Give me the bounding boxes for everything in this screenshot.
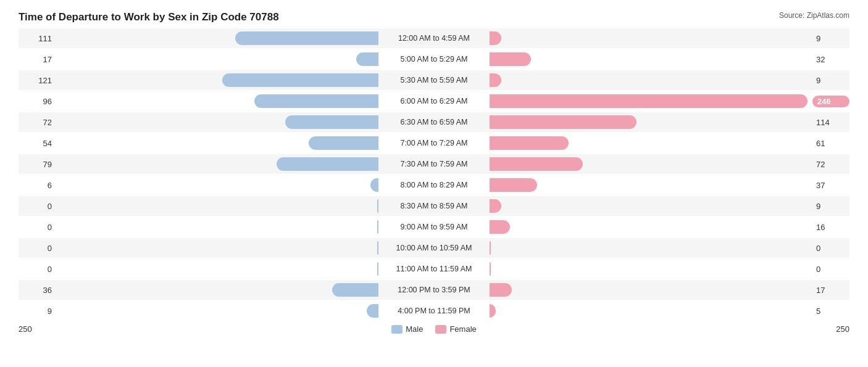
bars-area: 6:00 AM to 6:29 AM [56, 91, 812, 111]
table-row: 36 12:00 PM to 3:59 PM 17 [19, 280, 849, 300]
bars-area: 8:00 AM to 8:29 AM [56, 175, 812, 195]
time-label: 5:00 AM to 5:29 AM [378, 55, 490, 64]
table-row: 6 8:00 AM to 8:29 AM 37 [19, 175, 849, 195]
bar-male [367, 304, 378, 318]
footer-left-val: 250 [19, 324, 56, 334]
right-bars [490, 115, 812, 129]
left-bars [56, 241, 378, 255]
legend-male: Male [391, 324, 423, 334]
right-bars [490, 262, 812, 276]
bar-female [490, 31, 501, 45]
bar-male [235, 31, 378, 45]
val-male: 36 [19, 286, 56, 295]
time-label: 10:00 AM to 10:59 AM [378, 244, 490, 252]
left-bars [56, 178, 378, 192]
legend: Male Female [391, 324, 477, 334]
left-bars [56, 136, 378, 150]
time-label: 6:00 AM to 6:29 AM [378, 97, 490, 105]
bars-area: 12:00 PM to 3:59 PM [56, 280, 812, 300]
table-row: 0 11:00 AM to 11:59 AM 0 [19, 259, 849, 279]
val-male: 121 [19, 76, 56, 85]
bar-female [490, 94, 807, 108]
right-bars [490, 283, 812, 297]
table-row: 121 5:30 AM to 5:59 AM 9 [19, 70, 849, 90]
left-bars [56, 262, 378, 276]
table-row: 96 6:00 AM to 6:29 AM 246 [19, 91, 849, 111]
bars-area: 11:00 AM to 11:59 AM [56, 259, 812, 279]
right-bars [490, 136, 812, 150]
val-male: 79 [19, 160, 56, 169]
left-bars [56, 115, 378, 129]
time-label: 7:30 AM to 7:59 AM [378, 160, 490, 168]
val-male: 17 [19, 55, 56, 64]
val-male: 9 [19, 307, 56, 316]
bar-female [490, 241, 491, 255]
left-bars [56, 199, 378, 213]
table-row: 9 4:00 PM to 11:59 PM 5 [19, 301, 849, 321]
bar-male [332, 283, 378, 297]
right-bars [490, 178, 812, 192]
val-female: 9 [812, 34, 849, 43]
bar-male [222, 73, 378, 87]
bars-area: 7:30 AM to 7:59 AM [56, 154, 812, 174]
time-label: 9:00 AM to 9:59 AM [378, 223, 490, 231]
left-bars [56, 31, 378, 45]
bars-area: 12:00 AM to 4:59 AM [56, 28, 812, 48]
chart-title: Time of Departure to Work by Sex in Zip … [19, 11, 849, 23]
time-label: 8:30 AM to 8:59 AM [378, 202, 490, 210]
right-bars [490, 52, 812, 66]
left-bars [56, 94, 378, 108]
table-row: 0 9:00 AM to 9:59 AM 16 [19, 217, 849, 237]
table-row: 111 12:00 AM to 4:59 AM 9 [19, 28, 849, 48]
time-label: 6:30 AM to 6:59 AM [378, 118, 490, 126]
bars-area: 8:30 AM to 8:59 AM [56, 196, 812, 216]
left-bars [56, 283, 378, 297]
right-bars [490, 241, 812, 255]
val-female: 0 [812, 265, 849, 274]
bar-male [356, 52, 378, 66]
val-female: 61 [812, 139, 849, 148]
bar-female [490, 199, 501, 213]
table-row: 72 6:30 AM to 6:59 AM 114 [19, 112, 849, 132]
legend-female: Female [435, 324, 476, 334]
val-female: 9 [812, 202, 849, 211]
chart-footer: 250 Male Female 250 [19, 324, 849, 334]
table-row: 0 10:00 AM to 10:59 AM 0 [19, 238, 849, 258]
time-label: 5:30 AM to 5:59 AM [378, 76, 490, 85]
bars-area: 5:00 AM to 5:29 AM [56, 49, 812, 69]
bar-male [254, 94, 378, 108]
bar-male [370, 178, 378, 192]
right-bars [490, 73, 812, 87]
table-row: 54 7:00 AM to 7:29 AM 61 [19, 133, 849, 153]
time-label: 8:00 AM to 8:29 AM [378, 181, 490, 189]
legend-male-box [391, 325, 403, 334]
footer-right-val: 250 [812, 324, 849, 334]
bars-area: 7:00 AM to 7:29 AM [56, 133, 812, 153]
val-male: 0 [19, 202, 56, 211]
val-female: 17 [812, 286, 849, 295]
time-label: 12:00 PM to 3:59 PM [378, 286, 490, 294]
val-male: 0 [19, 265, 56, 274]
time-label: 12:00 AM to 4:59 AM [378, 34, 490, 43]
time-label: 11:00 AM to 11:59 AM [378, 265, 490, 273]
left-bars [56, 52, 378, 66]
bar-female [490, 136, 569, 150]
bars-area: 10:00 AM to 10:59 AM [56, 238, 812, 258]
bar-female [490, 304, 496, 318]
val-female: 0 [812, 244, 849, 253]
legend-male-label: Male [406, 324, 423, 334]
time-label: 4:00 PM to 11:59 PM [378, 307, 490, 315]
legend-female-label: Female [449, 324, 476, 334]
bars-area: 6:30 AM to 6:59 AM [56, 112, 812, 132]
val-female: 9 [812, 76, 849, 85]
left-bars [56, 304, 378, 318]
legend-female-box [435, 325, 446, 334]
table-row: 79 7:30 AM to 7:59 AM 72 [19, 154, 849, 174]
val-female: 16 [812, 223, 849, 232]
val-female: 32 [812, 55, 849, 64]
val-female: 114 [812, 118, 849, 127]
right-bars [490, 304, 812, 318]
bar-male [309, 136, 378, 150]
bar-female [490, 262, 491, 276]
bar-female [490, 178, 537, 192]
